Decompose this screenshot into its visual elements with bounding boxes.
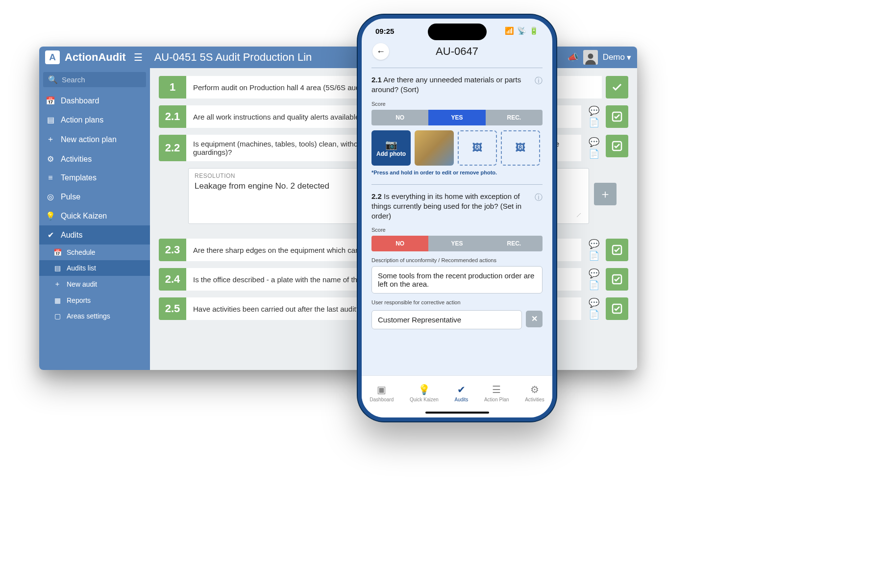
tab-quick-kaizen[interactable]: 💡Quick Kaizen xyxy=(410,384,439,402)
audit-actions: 💬 📄 xyxy=(585,268,628,291)
avatar[interactable] xyxy=(583,50,598,65)
description-input[interactable]: Some tools from the recent production or… xyxy=(371,266,543,294)
sidebar-sub-new-audit[interactable]: ＋New audit xyxy=(39,276,150,293)
hamburger-icon[interactable]: ☰ xyxy=(134,51,143,63)
sidebar-item-label: Activities xyxy=(61,155,92,164)
clear-button[interactable]: ✕ xyxy=(526,311,543,327)
photo-thumbnail[interactable] xyxy=(415,130,454,166)
square-icon: ▢ xyxy=(53,312,62,320)
target-icon: ◎ xyxy=(46,192,55,201)
seg-yes[interactable]: YES xyxy=(428,110,485,125)
document-icon[interactable]: 📄 xyxy=(585,310,603,319)
sidebar-item-label: New action plan xyxy=(61,135,117,144)
audit-actions: 💬 📄 xyxy=(585,105,628,128)
user-menu[interactable]: Demo ▾ xyxy=(603,52,631,63)
comment-icon[interactable]: 💬 xyxy=(585,106,603,116)
battery-icon: 🔋 xyxy=(529,26,539,35)
comment-icon[interactable]: 💬 xyxy=(585,239,603,249)
sidebar-item-label: Templates xyxy=(61,173,97,182)
audit-number: 2.5 xyxy=(159,297,186,320)
sidebar-sub-label: New audit xyxy=(67,280,97,288)
info-icon[interactable]: ⓘ xyxy=(535,192,543,203)
check-button[interactable] xyxy=(606,268,628,291)
document-icon[interactable]: 📄 xyxy=(585,251,603,261)
sidebar-item-quick-kaizen[interactable]: 💡Quick Kaizen xyxy=(39,206,150,225)
plus-icon: ＋ xyxy=(46,134,55,145)
sidebar-item-templates[interactable]: ≡Templates xyxy=(39,169,150,187)
photo-placeholder-1[interactable]: 🖼 xyxy=(458,130,497,166)
q-num: 2.2 xyxy=(371,192,382,200)
check-button[interactable] xyxy=(606,135,628,157)
tab-dashboard[interactable]: ▣Dashboard xyxy=(370,384,394,402)
photo-row: 📷 Add photo 🖼 🖼 xyxy=(371,130,543,166)
document-icon[interactable]: 📄 xyxy=(585,280,603,290)
tab-icon: ☰ xyxy=(492,384,501,395)
image-icon: 🖼 xyxy=(472,142,482,153)
seg-rec[interactable]: REC. xyxy=(486,236,543,251)
search-input[interactable] xyxy=(62,75,141,84)
tab-activities[interactable]: ⚙Activities xyxy=(525,384,544,402)
brand-name: ActionAudit xyxy=(65,51,126,64)
comment-icon[interactable]: 💬 xyxy=(585,269,603,278)
photo-hint: *Press and hold in order to edit or remo… xyxy=(371,170,543,175)
seg-no[interactable]: NO xyxy=(371,236,428,251)
add-resolution-button[interactable]: ＋ xyxy=(594,183,617,205)
sidebar-item-activities[interactable]: ⚙Activities xyxy=(39,149,150,169)
document-icon[interactable]: 📄 xyxy=(585,118,603,127)
sidebar-sub-schedule[interactable]: 📅Schedule xyxy=(39,245,150,260)
sidebar-item-action-plans[interactable]: ▤Action plans xyxy=(39,110,150,129)
home-indicator xyxy=(362,410,552,417)
sidebar-sub-reports[interactable]: ▦Reports xyxy=(39,293,150,308)
calendar-icon: 📅 xyxy=(46,96,55,105)
comment-icon[interactable]: 💬 xyxy=(585,137,603,147)
sidebar-item-label: Dashboard xyxy=(61,97,99,105)
tab-action-plan[interactable]: ☰Action Plan xyxy=(484,384,509,402)
user-responsible-input[interactable]: Customer Representative xyxy=(371,310,522,329)
comment-icon[interactable]: 💬 xyxy=(585,298,603,308)
tab-icon: ✔ xyxy=(457,384,466,395)
tab-label: Dashboard xyxy=(370,397,394,402)
back-button[interactable]: ← xyxy=(372,43,389,60)
tab-audits[interactable]: ✔Audits xyxy=(454,384,468,402)
check-button[interactable] xyxy=(606,105,628,128)
lines-icon: ≡ xyxy=(46,173,55,182)
notch xyxy=(428,24,487,40)
sliders-icon: ⚙ xyxy=(46,154,55,164)
audit-actions: 💬 📄 xyxy=(585,135,628,161)
photo-placeholder-2[interactable]: 🖼 xyxy=(501,130,540,166)
score-label: Score xyxy=(371,101,543,107)
check-button[interactable] xyxy=(606,297,628,320)
document-icon[interactable]: 📄 xyxy=(585,149,603,159)
divider xyxy=(371,184,543,185)
sidebar-item-dashboard[interactable]: 📅Dashboard xyxy=(39,91,150,110)
audit-actions: 💬 📄 xyxy=(585,297,628,320)
seg-yes[interactable]: YES xyxy=(428,236,485,251)
sidebar-sub-areas-settings[interactable]: ▢Areas settings xyxy=(39,308,150,324)
sidebar-item-label: Action plans xyxy=(61,116,103,124)
tab-icon: 💡 xyxy=(418,384,430,395)
info-icon[interactable]: ⓘ xyxy=(535,75,543,86)
audit-number: 2.4 xyxy=(159,268,186,291)
tab-label: Audits xyxy=(454,397,468,402)
sidebar-sub-audits-list[interactable]: ▤Audits list xyxy=(39,260,150,276)
seg-no[interactable]: NO xyxy=(371,110,428,125)
sidebar-item-label: Quick Kaizen xyxy=(61,212,107,220)
audit-actions: 💬 📄 xyxy=(585,239,628,261)
mobile-header: ← AU-0647 xyxy=(362,40,552,65)
sidebar-sub-label: Areas settings xyxy=(67,312,110,320)
sidebar-item-label: Audits xyxy=(61,231,82,240)
sidebar-item-new-action-plan[interactable]: ＋New action plan xyxy=(39,129,150,149)
status-time: 09:25 xyxy=(375,27,394,35)
check-button[interactable] xyxy=(606,239,628,261)
sidebar-item-pulse[interactable]: ◎Pulse xyxy=(39,187,150,206)
audit-number: 1 xyxy=(159,76,186,98)
seg-rec[interactable]: REC. xyxy=(486,110,543,125)
confirm-button[interactable] xyxy=(606,76,628,98)
list-icon: ▤ xyxy=(53,264,62,272)
add-photo-button[interactable]: 📷 Add photo xyxy=(371,130,411,166)
q-text: Is everything in its home with exception… xyxy=(371,192,521,220)
search-box[interactable]: 🔍 xyxy=(43,72,146,87)
announce-icon[interactable]: 📣 xyxy=(568,52,578,63)
sidebar-item-audits[interactable]: ✔Audits xyxy=(39,225,150,245)
question-2-2: 2.2 Is everything in its home with excep… xyxy=(371,192,543,221)
